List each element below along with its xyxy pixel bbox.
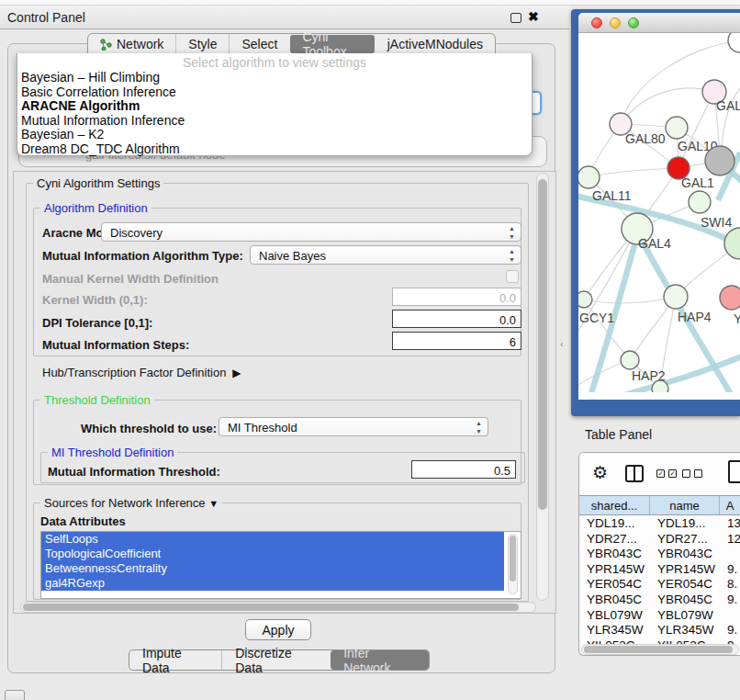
column-header-name[interactable]: name <box>650 496 720 514</box>
algorithm-item[interactable]: ARACNE Algorithm <box>17 99 532 114</box>
mi-steps-field[interactable]: 6 <box>392 332 521 350</box>
float-window-icon[interactable] <box>510 13 521 23</box>
table-cell: YDL19... <box>650 516 720 532</box>
list-vertical-scrollbar[interactable] <box>508 534 518 594</box>
table-cell: 9. <box>720 593 740 608</box>
manual-kernel-checkbox[interactable] <box>506 270 519 283</box>
collapsed-panel-button[interactable] <box>5 690 25 700</box>
page-icon[interactable] <box>728 460 740 483</box>
data-attributes-list[interactable]: SelfLoopsTopologicalCoefficientBetweenne… <box>40 531 521 599</box>
table-row[interactable]: YBL079WYBL079W <box>579 608 740 624</box>
close-icon[interactable]: ✖ <box>528 9 539 24</box>
table-cell: YDR27... <box>579 532 650 548</box>
attribute-item[interactable]: gal4RGexp <box>41 576 504 591</box>
network-canvas[interactable]: GALGAL80GAL10GAL1GAL11SWI4GAL4HAP4YGCY1H… <box>578 33 740 392</box>
algorithm-item[interactable]: Bayesian – Hill Climbing <box>17 71 532 85</box>
tab-cyni-toolbox[interactable]: Cyni Toolbox <box>290 35 374 53</box>
panel-divider-collapse-arrow[interactable]: ‹ <box>560 338 564 349</box>
tab-select[interactable]: Select <box>229 34 289 54</box>
tab-discretize-data[interactable]: Discretize Data <box>221 650 331 670</box>
aracne-mode-dropdown[interactable]: Discovery ▲▼ <box>101 222 521 242</box>
unchecked-box-icon[interactable] <box>694 469 702 478</box>
algorithm-item[interactable]: Dream8 DC_TDC Algorithm <box>17 142 532 157</box>
network-node-big-right[interactable] <box>724 228 740 259</box>
table-row[interactable]: YDR27...YDR27...12 <box>579 532 740 548</box>
network-edge[interactable] <box>621 88 714 124</box>
mi-threshold-label: Mutual Information Threshold: <box>48 465 220 479</box>
dpi-tolerance-field[interactable]: 0.0 <box>392 310 521 328</box>
node-label-salmon-node: Y <box>734 311 740 326</box>
mi-threshold-field[interactable]: 0.5 <box>411 460 516 479</box>
network-node-gal11[interactable] <box>578 166 600 188</box>
network-node-hap2[interactable] <box>621 351 639 369</box>
algorithm-popup: Select algorithm to view settings Bayesi… <box>17 53 533 156</box>
table-row[interactable]: YBR043CYBR043C <box>579 547 740 562</box>
network-node-gray-node[interactable] <box>705 146 734 175</box>
table-horizontal-scrollbar[interactable] <box>581 644 739 655</box>
settings-vertical-scrollbar[interactable] <box>536 173 549 601</box>
node-label-gcy1: GCY1 <box>579 310 614 325</box>
network-window-titlebar[interactable] <box>578 13 740 33</box>
attribute-item[interactable]: SelfLoops <box>41 532 504 547</box>
columns-icon[interactable] <box>625 465 644 482</box>
expand-right-icon: ▶ <box>230 367 241 379</box>
network-node-hap4[interactable] <box>664 285 688 309</box>
which-threshold-label: Which threshold to use: <box>81 422 217 435</box>
scrollbar-thumb[interactable] <box>584 646 733 653</box>
network-icon <box>100 39 112 51</box>
stepper-arrows-icon: ▲▼ <box>509 247 515 264</box>
network-node-gal10[interactable] <box>666 117 688 139</box>
node-label-gal80: GAL80 <box>625 131 666 146</box>
algorithm-item[interactable]: Bayesian – K2 <box>17 128 532 142</box>
table-row[interactable]: YER054CYER054C8. <box>579 577 740 593</box>
column-header-shared[interactable]: shared... <box>579 496 650 514</box>
checked-box-icon[interactable]: ✓ <box>656 469 665 478</box>
network-edge[interactable] <box>589 168 678 177</box>
gear-icon[interactable]: ⚙ <box>592 464 608 481</box>
tab-impute-data[interactable]: Impute Data <box>129 650 221 670</box>
minimize-traffic-light[interactable] <box>610 17 621 28</box>
mi-steps-label: Mutual Information Steps: <box>42 338 189 352</box>
network-node-salmon-node[interactable] <box>720 286 740 310</box>
algorithm-item[interactable]: Mutual Information Inference <box>17 114 532 129</box>
tab-network[interactable]: Network <box>88 34 175 54</box>
node-label-gal11: GAL11 <box>592 188 632 203</box>
table-cell <box>720 547 740 562</box>
settings-horizontal-scrollbar[interactable] <box>20 602 536 613</box>
scrollbar-thumb[interactable] <box>538 179 547 510</box>
attribute-item[interactable]: TopologicalCoefficient <box>41 547 504 561</box>
scrollbar-thumb[interactable] <box>23 604 519 611</box>
table-cell: 9. <box>720 623 740 638</box>
network-node-gcy1[interactable] <box>578 291 592 308</box>
zoom-traffic-light[interactable] <box>628 17 639 28</box>
table-row[interactable]: YLR345WYLR345W9. <box>579 623 740 638</box>
which-threshold-value: MI Threshold <box>228 421 297 435</box>
mi-type-dropdown[interactable]: Naive Bayes ▲▼ <box>250 245 521 265</box>
unchecked-box-icon[interactable] <box>682 469 690 478</box>
algorithm-item[interactable]: Basic Correlation Inference <box>17 85 532 100</box>
table-cell: 8. <box>720 577 740 593</box>
network-node-edge-node-top[interactable] <box>728 33 740 52</box>
table-row[interactable]: YBR045CYBR045C9. <box>579 593 740 608</box>
apply-button[interactable]: Apply <box>245 619 311 640</box>
table-row[interactable]: YPR145WYPR145W9. <box>579 562 740 578</box>
mi-type-label: Mutual Information Algorithm Type: <box>42 249 243 263</box>
network-node-bottom-node[interactable] <box>652 380 668 392</box>
tab-style[interactable]: Style <box>175 34 229 54</box>
tab-infer-network[interactable]: Infer Network <box>331 650 429 670</box>
bottom-tabbar: Impute Data Discretize Data Infer Networ… <box>129 649 430 671</box>
column-header-cut[interactable]: A <box>720 496 740 514</box>
kernel-width-field[interactable]: 0.0 <box>392 288 521 306</box>
table-panel-title: Table Panel <box>585 427 652 442</box>
close-traffic-light[interactable] <box>591 17 602 28</box>
checked-box-icon[interactable]: ✓ <box>668 469 677 478</box>
which-threshold-dropdown[interactable]: MI Threshold ▲▼ <box>219 417 488 436</box>
attribute-item[interactable]: BetweennessCentrality <box>41 561 504 576</box>
sources-title[interactable]: Sources for Network Inference ▼ <box>40 496 222 510</box>
hub-definition-toggle[interactable]: Hub/Transcription Factor Definition ▶ <box>42 366 241 379</box>
tab-jactivemnodules[interactable]: jActiveMNodules <box>376 34 495 54</box>
table-row[interactable]: YDL19...YDL19...13 <box>579 516 740 532</box>
network-node-swi4[interactable] <box>689 191 711 213</box>
scrollbar-thumb[interactable] <box>510 536 516 581</box>
control-panel-title: Control Panel <box>7 10 85 25</box>
